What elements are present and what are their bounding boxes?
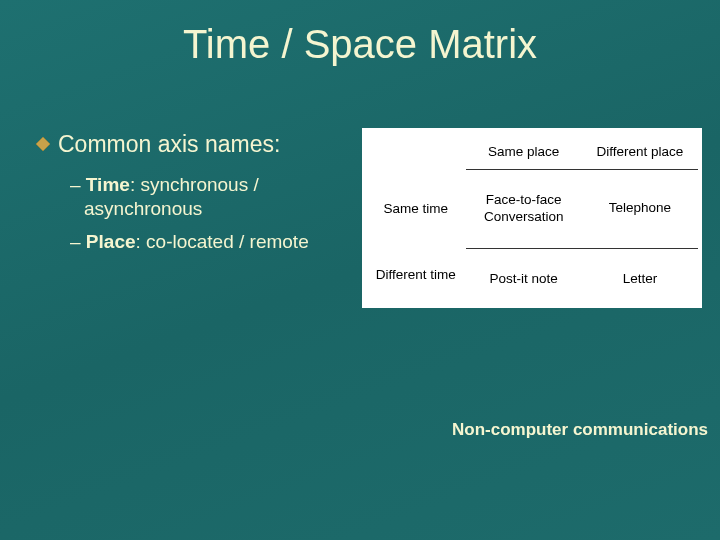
sub-bullet-place: – Place: co-located / remote: [70, 230, 336, 255]
matrix-row: Different time Post-it note Letter: [366, 248, 698, 301]
matrix-cell: Telephone: [582, 170, 698, 249]
slide-title: Time / Space Matrix: [0, 22, 720, 67]
bullet-row: Common axis names:: [36, 130, 336, 159]
matrix-header-row: Same place Different place: [366, 134, 698, 170]
sub-bullet-time: – Time: synchronous / asynchronous: [70, 173, 336, 222]
bullet-heading: Common axis names:: [58, 130, 280, 159]
matrix-caption: Non-computer communications: [360, 420, 708, 440]
sub-bullet-desc: : co-located / remote: [136, 231, 309, 252]
sub-bullet-label: Place: [86, 231, 136, 252]
slide: Time / Space Matrix Common axis names: –…: [0, 0, 720, 540]
matrix-row-header: Different time: [366, 248, 466, 301]
matrix-empty-corner: [366, 134, 466, 170]
matrix-col-header: Same place: [466, 134, 582, 170]
matrix-table: Same place Different place Same time Fac…: [366, 134, 698, 302]
dash-icon: –: [70, 231, 86, 252]
svg-marker-0: [36, 137, 50, 151]
bullet-block: Common axis names: – Time: synchronous /…: [36, 130, 336, 263]
matrix-row: Same time Face-to-face Conversation Tele…: [366, 170, 698, 249]
matrix-col-header: Different place: [582, 134, 698, 170]
diamond-bullet-icon: [36, 137, 50, 151]
matrix-row-header: Same time: [366, 170, 466, 249]
matrix-table-wrap: Same place Different place Same time Fac…: [362, 128, 702, 308]
sub-bullet-list: – Time: synchronous / asynchronous – Pla…: [70, 173, 336, 255]
dash-icon: –: [70, 174, 86, 195]
matrix-cell: Post-it note: [466, 248, 582, 301]
matrix-cell: Letter: [582, 248, 698, 301]
sub-bullet-label: Time: [86, 174, 130, 195]
matrix-cell: Face-to-face Conversation: [466, 170, 582, 249]
